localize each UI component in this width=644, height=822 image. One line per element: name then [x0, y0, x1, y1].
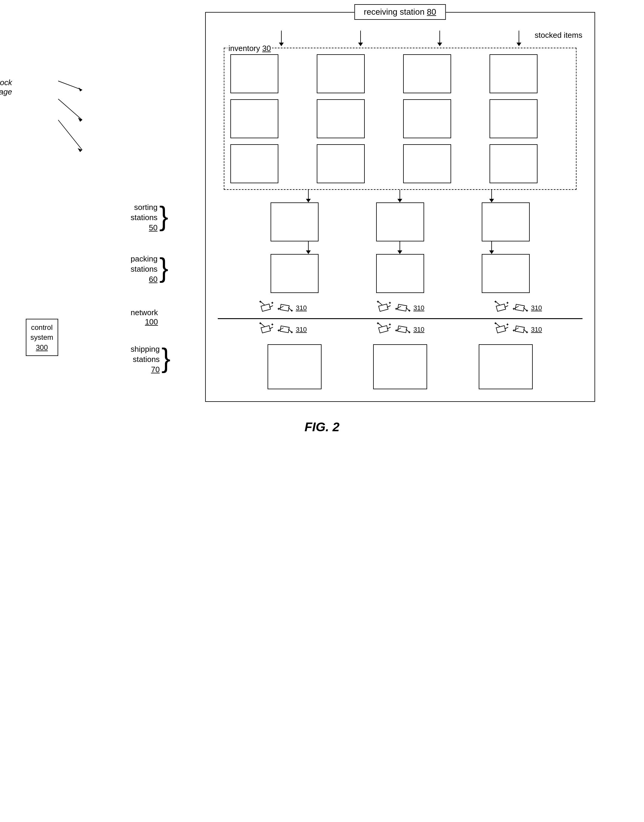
- svg-rect-50: [496, 326, 506, 333]
- svg-rect-40: [379, 326, 388, 333]
- sorting-station-1: [271, 202, 319, 242]
- control-system-label: control system: [31, 322, 54, 343]
- sorting-station-3: [482, 202, 530, 242]
- svg-text:✦: ✦: [388, 322, 392, 327]
- shipping-section: shipping stations 70 }: [218, 344, 583, 389]
- svg-text:✦: ✦: [376, 321, 380, 326]
- sort-pack-arrow-2: [397, 242, 402, 254]
- svg-line-62: [58, 99, 82, 120]
- inventory-cell-3: [403, 54, 451, 93]
- stocked-items-label: stocked items: [535, 31, 583, 40]
- inv-to-sort-arrows: [218, 190, 583, 202]
- inv-sort-arrow-1: [306, 190, 311, 202]
- shipping-station-1: [268, 344, 322, 389]
- node-label-3: 310: [531, 304, 542, 312]
- inventory-cell-8: [489, 99, 538, 138]
- packing-stations-row: [218, 254, 583, 293]
- top-arrows-row: stocked items: [218, 31, 583, 46]
- node-label-1: 310: [296, 304, 307, 312]
- sort-pack-arrow-3: [489, 242, 494, 254]
- robot-group-6: ✦ ✦ ✦ ✦: [493, 321, 542, 338]
- robot-icon-4a: ✦ ✦: [258, 321, 274, 338]
- svg-text:✦: ✦: [408, 308, 411, 313]
- robot-group-1: ✦ ✦ ✦ ✦: [258, 299, 307, 317]
- receiving-station-text: receiving station: [364, 7, 427, 17]
- inventory-cell-10: [317, 144, 365, 183]
- robot-icon-1a: ✦ ✦: [258, 299, 274, 317]
- svg-text:✦: ✦: [394, 306, 398, 311]
- robot-icon-1b: ✦ ✦: [277, 299, 293, 317]
- inventory-cell-2: [317, 54, 365, 93]
- control-system-box: control system 300: [26, 319, 58, 356]
- svg-line-60: [58, 81, 82, 90]
- sort-pack-arrow-1: [306, 242, 311, 254]
- network-num: 100: [145, 317, 158, 326]
- svg-rect-30: [261, 326, 271, 333]
- robot-group-4: ✦ ✦ ✦ ✦: [258, 321, 307, 338]
- svg-text:✦: ✦: [506, 300, 509, 305]
- svg-marker-65: [78, 148, 82, 152]
- svg-text:✦: ✦: [512, 328, 516, 333]
- network-label: network: [131, 308, 158, 317]
- robot-icon-3b: ✦ ✦: [512, 299, 529, 317]
- robot-group-3: ✦ ✦ ✦ ✦: [493, 299, 542, 317]
- receiving-station-box: receiving station 80: [354, 4, 446, 20]
- svg-text:✦: ✦: [259, 321, 262, 326]
- svg-text:✦: ✦: [525, 330, 529, 335]
- network-line: [218, 318, 583, 319]
- shipping-stations-label: shipping stations: [131, 344, 160, 365]
- network-lower-row: ✦ ✦ ✦ ✦: [218, 321, 583, 338]
- svg-text:✦: ✦: [290, 330, 293, 335]
- packing-stations-num: 60: [149, 275, 158, 284]
- robot-icon-3a: ✦ ✦: [493, 299, 510, 317]
- robot-icon-6a: ✦ ✦: [493, 321, 510, 338]
- robot-icon-5b: ✦ ✦: [394, 321, 411, 338]
- sort-pack-arrows: [218, 242, 583, 254]
- node-label-6: 310: [531, 326, 542, 334]
- inventory-cell-9: [230, 144, 278, 183]
- packing-brace: }: [159, 254, 168, 281]
- svg-text:✦: ✦: [259, 299, 262, 304]
- shipping-station-2: [373, 344, 427, 389]
- svg-text:✦: ✦: [277, 328, 281, 333]
- packing-station-1: [271, 254, 319, 293]
- stock-storage-arrows-svg: [1, 63, 91, 183]
- svg-rect-0: [261, 304, 271, 312]
- sorting-section: sorting stations 50 }: [218, 202, 583, 242]
- robot-icon-5a: ✦ ✦: [376, 321, 392, 338]
- inventory-cell-7: [403, 99, 451, 138]
- robot-group-5: ✦ ✦ ✦ ✦: [376, 321, 425, 338]
- packing-section: packing stations 60 }: [218, 254, 583, 293]
- network-upper-row: ✦ ✦ ✦ ✦: [218, 299, 583, 317]
- svg-marker-63: [78, 118, 82, 122]
- robot-icon-6b: ✦ ✦: [512, 321, 529, 338]
- svg-rect-10: [379, 304, 388, 312]
- receiving-station-num: 80: [427, 7, 436, 17]
- svg-text:✦: ✦: [506, 322, 509, 327]
- arrow-down-3: [437, 31, 442, 46]
- inventory-section: inventory 30: [224, 48, 577, 190]
- node-label-5: 310: [413, 326, 425, 334]
- svg-text:✦: ✦: [494, 321, 497, 326]
- network-label-area: network 100: [131, 308, 158, 327]
- shipping-stations-num: 70: [151, 365, 159, 374]
- svg-text:✦: ✦: [290, 308, 293, 313]
- packing-station-3: [482, 254, 530, 293]
- control-system-num: 300: [36, 343, 48, 352]
- inventory-cell-1: [230, 54, 278, 93]
- robot-icon-2a: ✦ ✦: [376, 299, 392, 317]
- inventory-cell-4: [489, 54, 538, 93]
- svg-text:✦: ✦: [271, 322, 274, 327]
- outer-box: receiving station 80: [205, 12, 595, 402]
- stock-storage-label: Stock storage: [0, 78, 12, 96]
- inventory-label: inventory 30: [227, 44, 272, 53]
- svg-marker-61: [78, 87, 82, 92]
- fig-caption: FIG. 2: [304, 420, 340, 434]
- sorting-stations-num: 50: [149, 223, 158, 232]
- svg-text:✦: ✦: [394, 328, 398, 333]
- shipping-station-3: [479, 344, 533, 389]
- inv-sort-arrow-3: [489, 190, 494, 202]
- svg-text:✦: ✦: [277, 306, 281, 311]
- sorting-brace: }: [159, 203, 168, 230]
- inventory-cell-12: [489, 144, 538, 183]
